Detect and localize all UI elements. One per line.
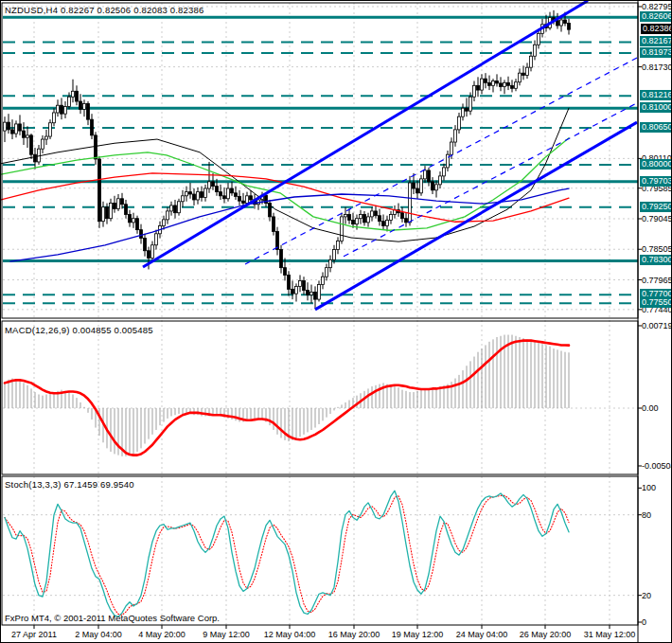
candle-up — [299, 280, 302, 286]
candle-up — [530, 56, 533, 67]
candle-down — [129, 215, 132, 223]
candle-down — [485, 79, 487, 82]
candle-down — [307, 291, 309, 295]
candle-up — [337, 241, 340, 250]
candle-up — [53, 113, 56, 123]
candle-up — [318, 285, 321, 300]
stoch-axis-tick-label[interactable]: 100 — [642, 483, 656, 492]
candle-down — [193, 194, 196, 200]
macd-axis-tick-label[interactable]: -0.00504 — [642, 461, 672, 471]
candle-up — [178, 202, 181, 213]
date-axis-label[interactable]: 26 May 20:00 — [520, 630, 572, 639]
main-chart-title: NZDUSD,H4 0.82267 0.82506 0.82083 0.8238… — [5, 5, 203, 15]
candle-up — [409, 183, 412, 223]
candle-up — [204, 188, 207, 198]
channel-median-b — [344, 103, 637, 257]
price-level-label: 0.79250 — [640, 202, 672, 212]
date-axis-label[interactable]: 2 May 04:00 — [75, 630, 122, 639]
candle-down — [30, 135, 33, 154]
candle-up — [534, 45, 537, 56]
candle-down — [11, 130, 14, 134]
candle-up — [560, 20, 563, 26]
stoch-axis-tick-label[interactable]: 20 — [642, 591, 651, 600]
date-axis-label[interactable]: 27 Apr 2011 — [11, 630, 57, 639]
candle-up — [49, 123, 52, 136]
price-level-label: 0.77550 — [640, 297, 672, 308]
date-axis-label[interactable]: 4 May 20:00 — [138, 630, 186, 639]
candle-down — [466, 108, 469, 111]
candle-down — [216, 187, 219, 192]
candle-up — [371, 211, 374, 217]
candle-down — [125, 205, 128, 215]
candle-down — [174, 205, 177, 213]
candle-down — [507, 82, 510, 85]
mt4-chart-window: NZDUSD,H4 0.82267 0.82506 0.82083 0.8238… — [0, 0, 672, 643]
date-axis-label[interactable]: 9 May 12:00 — [203, 630, 250, 639]
candle-up — [356, 219, 359, 224]
candle-up — [227, 188, 230, 199]
date-axis-label[interactable]: 12 May 04:00 — [264, 630, 316, 639]
candle-up — [390, 215, 393, 221]
candle-down — [8, 122, 10, 130]
candle-up — [246, 196, 249, 204]
candle-down — [95, 135, 97, 159]
chart-plot-area[interactable] — [1, 1, 672, 643]
candle-down — [413, 183, 416, 188]
price-level-label: 0.81973 — [640, 47, 672, 58]
candle-down — [348, 215, 351, 221]
price-axis-tick-label[interactable]: 0.81730 — [642, 63, 672, 72]
price-axis-tick-label[interactable]: 0.79045 — [642, 214, 672, 223]
candle-down — [496, 81, 499, 83]
candle-down — [500, 83, 503, 87]
candle-up — [492, 81, 495, 86]
candle-down — [432, 182, 434, 190]
candle-up — [473, 85, 476, 97]
candle-up — [208, 182, 211, 188]
candle-up — [424, 170, 427, 179]
candle-up — [326, 268, 328, 277]
candle-up — [322, 277, 325, 284]
candle-down — [91, 119, 94, 135]
candle-up — [27, 135, 29, 137]
candle-down — [557, 21, 559, 26]
candle-down — [522, 73, 525, 75]
stoch-indicator-title: Stoch(13,3,3) 67.1459 69.9540 — [5, 479, 134, 490]
macd-axis-tick-label[interactable]: 0.00719 — [642, 321, 672, 330]
candle-up — [345, 215, 347, 217]
candle-up — [72, 91, 75, 97]
candle-down — [121, 199, 124, 205]
candle-up — [515, 82, 518, 89]
candle-down — [76, 91, 79, 101]
price-axis-tick-label[interactable]: 0.78505 — [642, 244, 672, 254]
date-axis-label[interactable]: 31 May 12:00 — [584, 630, 636, 639]
price-axis-tick-label[interactable]: 0.77965 — [642, 276, 672, 285]
candle-down — [23, 131, 26, 137]
candle-up — [454, 130, 457, 142]
candle-down — [144, 239, 147, 251]
candle-up — [526, 67, 529, 75]
candle-down — [189, 192, 192, 194]
price-axis-tick-label[interactable]: 0.82795 — [642, 2, 672, 11]
candle-down — [405, 219, 408, 223]
candle-down — [488, 82, 491, 85]
candle-up — [110, 204, 113, 219]
candle-down — [148, 251, 150, 259]
candle-up — [439, 176, 442, 185]
candle-down — [352, 220, 355, 223]
stoch-axis-tick-label[interactable]: 80 — [642, 510, 651, 520]
candle-down — [303, 280, 306, 290]
candle-down — [220, 192, 222, 196]
candle-up — [102, 207, 105, 222]
candle-up — [435, 185, 438, 190]
date-axis-label[interactable]: 19 May 12:00 — [392, 630, 444, 639]
stoch-d-line — [5, 495, 569, 615]
date-axis-label[interactable]: 24 May 04:00 — [456, 630, 508, 639]
price-level-label: 0.80650 — [640, 122, 672, 133]
stoch-axis-tick-label[interactable]: 0 — [642, 617, 646, 627]
candle-up — [504, 82, 506, 86]
date-axis-label[interactable]: 16 May 20:00 — [328, 630, 380, 639]
candle-up — [4, 122, 7, 131]
macd-axis-tick-label[interactable]: 0.00 — [642, 403, 659, 413]
candle-up — [341, 217, 344, 241]
candle-down — [235, 193, 238, 197]
